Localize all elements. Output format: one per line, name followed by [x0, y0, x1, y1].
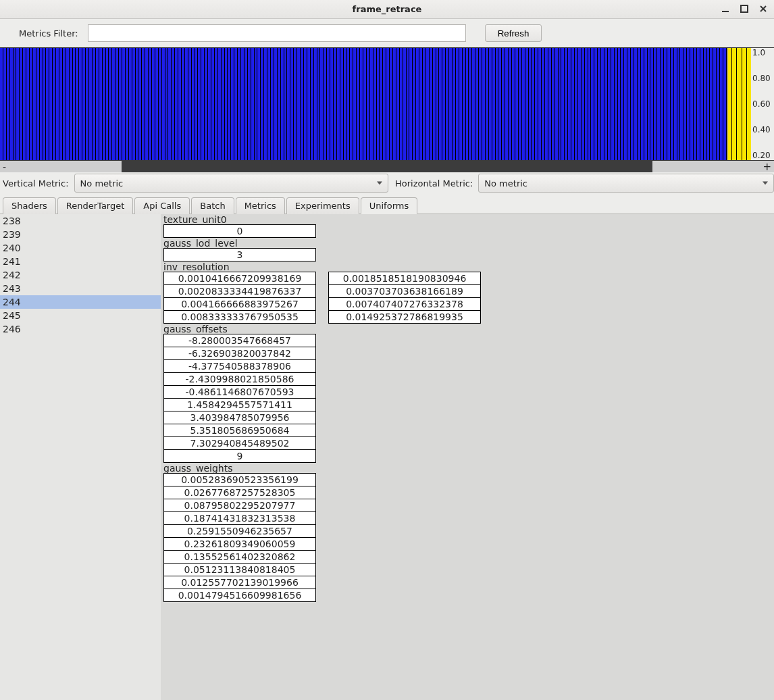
- list-item[interactable]: 241: [0, 255, 161, 268]
- uniform-label-inv-resolution: inv_resolution: [163, 261, 771, 272]
- uniform-value: 0.18741431832313538: [163, 511, 316, 525]
- uniform-label-gauss-offsets: gauss_offsets: [163, 324, 771, 334]
- scroll-plus-button[interactable]: +: [652, 161, 774, 172]
- list-item[interactable]: 242: [0, 268, 161, 282]
- uniform-value: 5.351805686950684: [163, 424, 316, 437]
- uniforms-panel: texture_unit0 0 gauss_lod_level 3 inv_re…: [161, 214, 774, 700]
- bargraph-highlight-band: [727, 48, 751, 160]
- metrics-filter-input[interactable]: [88, 24, 466, 42]
- list-item[interactable]: 238: [0, 214, 161, 228]
- uniform-value: 0.08795802295207977: [163, 499, 316, 512]
- tabs-bar: ShadersRenderTargetApi CallsBatchMetrics…: [0, 194, 774, 214]
- uniform-value: 3.403984785079956: [163, 411, 316, 424]
- uniform-value: 0.014925372786819935: [328, 310, 481, 324]
- tab-shaders[interactable]: Shaders: [3, 197, 56, 214]
- uniform-label-gauss-weights: gauss_weights: [163, 463, 771, 474]
- uniform-value: 1.4584294557571411: [163, 398, 316, 411]
- list-item[interactable]: 240: [0, 241, 161, 255]
- uniform-value: 0.0020833334419876337: [163, 284, 316, 298]
- uniform-value: 0: [163, 224, 316, 238]
- metric-select-row: Vertical Metric: No metric Horizontal Me…: [0, 172, 774, 194]
- tab-api-calls[interactable]: Api Calls: [134, 197, 190, 214]
- tab-rendertarget[interactable]: RenderTarget: [57, 197, 134, 214]
- horizontal-metric-value: No metric: [484, 178, 527, 189]
- toolbar: Metrics Filter: Refresh: [0, 19, 774, 47]
- uniform-value: 3: [163, 248, 316, 261]
- uniform-value: 0.0014794516609981656: [163, 589, 316, 602]
- uniform-value: 0.13552561402320862: [163, 550, 316, 564]
- scrollbar-track[interactable]: [122, 161, 652, 172]
- list-item[interactable]: 246: [0, 322, 161, 336]
- refresh-button[interactable]: Refresh: [485, 24, 542, 42]
- uniform-value: -6.326903820037842: [163, 347, 316, 360]
- tab-uniforms[interactable]: Uniforms: [361, 197, 417, 214]
- uniform-value: 0.005283690523356199: [163, 473, 316, 486]
- uniform-label-texture-unit0: texture_unit0: [163, 214, 771, 225]
- window-title: frame_retrace: [353, 4, 422, 14]
- uniform-value: -4.377540588378906: [163, 359, 316, 373]
- uniform-value: 0.012557702139019966: [163, 576, 316, 589]
- uniform-label-gauss-lod-level: gauss_lod_level: [163, 238, 771, 249]
- uniform-value: 0.007407407276332378: [328, 297, 481, 311]
- uniform-value: 0.05123113840818405: [163, 563, 316, 576]
- vertical-metric-label: Vertical Metric:: [3, 178, 69, 189]
- tab-batch[interactable]: Batch: [191, 197, 234, 214]
- uniform-value: -0.4861146807670593: [163, 385, 316, 399]
- axis-tick: 0.80: [752, 74, 774, 83]
- list-item[interactable]: 244: [0, 295, 161, 309]
- vertical-metric-value: No metric: [80, 178, 124, 189]
- axis-tick: 0.60: [752, 99, 774, 109]
- close-button[interactable]: [754, 1, 773, 16]
- uniform-value: 0.23261809349060059: [163, 537, 316, 551]
- svg-rect-0: [722, 11, 729, 12]
- metrics-filter-label: Metrics Filter:: [19, 28, 78, 39]
- maximize-button[interactable]: [735, 1, 754, 16]
- uniform-value: 0.0010416667209938169: [163, 272, 316, 285]
- vertical-metric-select[interactable]: No metric: [74, 174, 388, 193]
- svg-rect-1: [741, 5, 748, 12]
- uniform-value: 9: [163, 449, 316, 463]
- list-item[interactable]: 243: [0, 282, 161, 295]
- bargraph-area[interactable]: 1.0 0.80 0.60 0.40 0.20: [0, 47, 774, 161]
- minimize-button[interactable]: [716, 1, 735, 16]
- axis-tick: 0.20: [752, 151, 774, 160]
- horizontal-metric-select[interactable]: No metric: [478, 174, 774, 193]
- tab-metrics[interactable]: Metrics: [236, 197, 285, 214]
- uniform-value: 7.302940845489502: [163, 436, 316, 450]
- horizontal-metric-label: Horizontal Metric:: [395, 178, 473, 189]
- list-item[interactable]: 239: [0, 228, 161, 241]
- uniform-value: -8.280003547668457: [163, 334, 316, 347]
- uniform-value: 0.0018518518190830946: [328, 272, 481, 285]
- uniform-value: 0.004166666883975267: [163, 297, 316, 311]
- call-id-list[interactable]: 238239240241242243244245246: [0, 214, 161, 700]
- bargraph-scrollbar[interactable]: - +: [0, 161, 774, 172]
- uniform-value: 0.2591550946235657: [163, 524, 316, 538]
- uniform-value: -2.4309988021850586: [163, 372, 316, 386]
- tab-experiments[interactable]: Experiments: [286, 197, 359, 214]
- content-area: 238239240241242243244245246 texture_unit…: [0, 214, 774, 700]
- uniform-value: 0.02677687257528305: [163, 486, 316, 499]
- uniform-value: 0.003703703638166189: [328, 284, 481, 298]
- uniform-value: 0.008333333767950535: [163, 310, 316, 324]
- axis-tick: 1.0: [752, 48, 774, 57]
- axis-tick: 0.40: [752, 125, 774, 134]
- bargraph-bars[interactable]: [0, 48, 727, 160]
- window-titlebar: frame_retrace: [0, 0, 774, 19]
- scroll-minus-button[interactable]: -: [0, 161, 122, 172]
- bargraph-axis-labels: 1.0 0.80 0.60 0.40 0.20: [751, 48, 774, 160]
- list-item[interactable]: 245: [0, 309, 161, 322]
